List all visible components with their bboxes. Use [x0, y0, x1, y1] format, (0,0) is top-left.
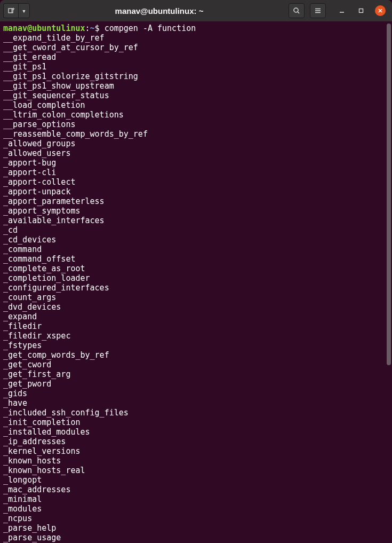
output-line: __git_sequencer_status	[3, 91, 389, 100]
output-line: _mac_addresses	[3, 485, 389, 494]
output-line: _filedir_xspec	[3, 331, 389, 341]
svg-point-3	[294, 8, 298, 12]
output-line: _completion_loader	[3, 273, 389, 283]
output-line: __load_completion	[3, 100, 389, 110]
maximize-button[interactable]	[356, 5, 366, 16]
svg-text:+: +	[12, 7, 15, 11]
prompt-line: manav@ubuntulinux:~$ compgen -A function	[3, 23, 389, 33]
titlebar: + ▾ manav@ubuntulinux: ~	[0, 0, 392, 21]
output-line: _get_first_arg	[3, 369, 389, 379]
output-line: __git_ps1	[3, 62, 389, 72]
close-icon	[377, 7, 383, 14]
output-line: _modules	[3, 504, 389, 514]
output-line: _apport_parameterless	[3, 196, 389, 206]
scrollbar-thumb[interactable]	[387, 23, 391, 365]
output-line: _get_pword	[3, 379, 389, 389]
output-line: _configured_interfaces	[3, 283, 389, 293]
terminal-output: __expand_tilde_by_ref__get_cword_at_curs…	[3, 33, 389, 542]
output-line: _ip_addresses	[3, 437, 389, 446]
output-line: _gids	[3, 389, 389, 398]
output-line: _command	[3, 245, 389, 254]
output-line: _available_interfaces	[3, 216, 389, 225]
output-line: _fstypes	[3, 341, 389, 350]
output-line: __git_ps1_colorize_gitstring	[3, 72, 389, 81]
output-line: _expand	[3, 312, 389, 321]
output-line: _known_hosts	[3, 456, 389, 466]
prompt-path: ~	[90, 23, 95, 33]
output-line: _dvd_devices	[3, 302, 389, 312]
new-tab-icon: +	[7, 7, 15, 14]
chevron-down-icon: ▾	[22, 7, 26, 15]
output-line: __expand_tilde_by_ref	[3, 33, 389, 43]
output-line: _included_ssh_config_files	[3, 408, 389, 418]
output-line: __reassemble_comp_words_by_ref	[3, 129, 389, 139]
window-title: manav@ubuntulinux: ~	[30, 6, 289, 15]
minimize-icon	[339, 7, 345, 14]
output-line: __ltrim_colon_completions	[3, 110, 389, 120]
output-line: _apport-bug	[3, 158, 389, 168]
titlebar-left-controls: + ▾	[3, 3, 30, 18]
svg-line-4	[298, 12, 299, 13]
output-line: __get_cword_at_cursor_by_ref	[3, 43, 389, 52]
output-line: _longopt	[3, 475, 389, 485]
output-line: _count_args	[3, 293, 389, 302]
output-line: _ncpus	[3, 514, 389, 523]
close-button[interactable]	[375, 5, 386, 16]
output-line: _cd_devices	[3, 235, 389, 245]
output-line: __parse_options	[3, 120, 389, 129]
tab-dropdown-button[interactable]: ▾	[18, 3, 30, 18]
minimize-button[interactable]	[337, 5, 347, 16]
output-line: _parse_help	[3, 523, 389, 533]
search-button[interactable]	[289, 3, 305, 18]
new-tab-button[interactable]: +	[3, 3, 18, 18]
prompt-symbol: $	[95, 23, 100, 33]
output-line: _apport-unpack	[3, 187, 389, 196]
output-line: __git_eread	[3, 52, 389, 62]
window-controls	[337, 5, 386, 16]
svg-rect-9	[359, 9, 363, 13]
output-line: _get_cword	[3, 360, 389, 369]
output-line: _filedir	[3, 321, 389, 331]
terminal-body[interactable]: manav@ubuntulinux:~$ compgen -A function…	[0, 21, 392, 543]
output-line: _known_hosts_real	[3, 466, 389, 475]
output-line: _command_offset	[3, 254, 389, 264]
output-line: _cd	[3, 225, 389, 235]
output-line: _installed_modules	[3, 427, 389, 437]
output-line: _allowed_groups	[3, 139, 389, 148]
output-line: _apport_symptoms	[3, 206, 389, 216]
output-line: _allowed_users	[3, 148, 389, 158]
output-line: __git_ps1_show_upstream	[3, 81, 389, 91]
hamburger-icon	[314, 7, 322, 14]
output-line: _get_comp_words_by_ref	[3, 350, 389, 360]
prompt-command: compgen -A function	[105, 23, 196, 33]
prompt-userhost: manav@ubuntulinux	[3, 23, 85, 33]
prompt-sep: :	[85, 23, 90, 33]
output-line: _apport-cli	[3, 168, 389, 177]
menu-button[interactable]	[310, 3, 326, 18]
output-line: _init_completion	[3, 418, 389, 427]
output-line: _apport-collect	[3, 177, 389, 187]
output-line: _minimal	[3, 494, 389, 504]
output-line: _complete_as_root	[3, 264, 389, 273]
output-line: _parse_usage	[3, 533, 389, 542]
maximize-icon	[358, 7, 364, 14]
output-line: _kernel_versions	[3, 446, 389, 456]
titlebar-right-controls	[289, 3, 389, 18]
output-line: _have	[3, 398, 389, 408]
search-icon	[293, 7, 300, 14]
